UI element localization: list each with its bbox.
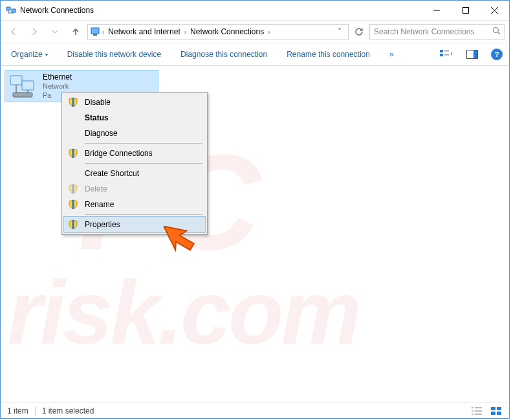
selection-count: 1 item selected	[42, 406, 94, 415]
svg-rect-13	[444, 54, 449, 56]
breadcrumb-network-connections[interactable]: Network Connections	[188, 26, 266, 38]
svg-rect-7	[93, 34, 97, 36]
close-button[interactable]	[480, 1, 509, 20]
menu-diagnose[interactable]: Diagnose	[64, 126, 205, 141]
back-button[interactable]	[5, 23, 23, 41]
adapter-name: Ethernet	[43, 72, 72, 82]
svg-rect-21	[472, 410, 473, 412]
annotation-arrow-icon	[164, 217, 205, 259]
details-view-button[interactable]	[470, 406, 483, 416]
svg-rect-20	[475, 407, 482, 408]
ethernet-adapter-icon	[9, 73, 38, 99]
menu-status[interactable]: Status	[64, 110, 205, 126]
svg-rect-26	[497, 407, 501, 410]
menu-rename[interactable]: Rename	[64, 197, 205, 212]
svg-rect-17	[22, 81, 34, 90]
window-controls	[422, 1, 509, 20]
svg-rect-22	[475, 410, 482, 412]
search-placeholder: Search Network Connections	[374, 27, 492, 36]
svg-rect-1	[12, 9, 16, 12]
svg-rect-3	[462, 8, 468, 14]
address-dropdown[interactable]: ˅	[334, 27, 345, 36]
network-connections-icon	[6, 5, 16, 16]
svg-rect-27	[491, 412, 495, 415]
menu-separator	[85, 163, 202, 164]
breadcrumb-network-internet[interactable]: Network and Internet	[105, 26, 182, 38]
command-bar: Organize▾ Disable this network device Di…	[1, 43, 509, 65]
svg-rect-24	[475, 414, 482, 415]
chevron-right-icon[interactable]: ›	[268, 28, 270, 36]
svg-rect-0	[6, 7, 10, 10]
shield-icon	[68, 184, 78, 194]
shield-icon	[68, 148, 78, 159]
svg-rect-19	[472, 407, 473, 408]
forward-button[interactable]	[25, 23, 43, 41]
svg-rect-11	[440, 54, 443, 56]
svg-rect-10	[440, 50, 443, 52]
titlebar: Network Connections	[1, 1, 509, 20]
large-icons-view-button[interactable]	[490, 406, 503, 416]
chevron-right-icon[interactable]: ›	[102, 28, 104, 36]
context-menu: Disable Status Diagnose Bridge Connectio…	[61, 92, 208, 235]
minimize-button[interactable]	[422, 1, 451, 20]
control-panel-icon	[91, 27, 101, 37]
shield-icon	[68, 199, 78, 210]
address-bar[interactable]: › Network and Internet › Network Connect…	[87, 24, 349, 39]
svg-line-9	[498, 32, 501, 35]
svg-rect-23	[472, 414, 473, 415]
search-icon	[492, 27, 501, 37]
help-button[interactable]: ?	[491, 49, 503, 60]
svg-point-8	[494, 28, 499, 33]
svg-rect-28	[497, 412, 501, 415]
menu-bridge[interactable]: Bridge Connections	[64, 146, 205, 161]
svg-rect-12	[444, 50, 449, 52]
menu-separator	[85, 143, 202, 144]
up-button[interactable]	[67, 23, 85, 41]
search-box[interactable]: Search Network Connections	[369, 24, 505, 39]
navbar: › Network and Internet › Network Connect…	[1, 20, 509, 43]
svg-rect-6	[91, 28, 99, 34]
refresh-button[interactable]	[351, 24, 367, 39]
organize-button[interactable]: Organize▾	[7, 47, 52, 61]
menu-separator	[85, 214, 202, 215]
svg-rect-15	[473, 50, 477, 58]
svg-rect-16	[10, 76, 22, 85]
adapter-network: Network	[43, 82, 72, 91]
item-count: 1 item	[7, 406, 28, 415]
rename-button[interactable]: Rename this connection	[283, 47, 374, 61]
chevron-right-icon[interactable]: ›	[184, 28, 186, 36]
window: Network Connections › Network and Intern…	[0, 0, 510, 419]
disable-device-button[interactable]: Disable this network device	[63, 47, 165, 61]
maximize-button[interactable]	[451, 1, 480, 20]
shield-icon	[68, 97, 78, 107]
menu-disable[interactable]: Disable	[64, 94, 205, 110]
recent-dropdown[interactable]	[46, 23, 64, 41]
content-area[interactable]: PC risk.com Ethernet Network Pa	[1, 66, 509, 403]
svg-rect-25	[491, 407, 495, 410]
preview-pane-button[interactable]	[465, 47, 479, 61]
diagnose-button[interactable]: Diagnose this connection	[177, 47, 271, 61]
chevron-down-icon: ▾	[45, 52, 48, 58]
shield-icon	[68, 219, 78, 230]
svg-rect-18	[13, 93, 32, 97]
window-title: Network Connections	[20, 6, 422, 15]
menu-delete: Delete	[64, 181, 205, 197]
status-bar: 1 item 1 item selected	[1, 403, 509, 418]
overflow-button[interactable]: »	[386, 47, 398, 61]
menu-shortcut[interactable]: Create Shortcut	[64, 166, 205, 181]
divider	[35, 406, 36, 415]
view-options-button[interactable]	[439, 47, 453, 61]
